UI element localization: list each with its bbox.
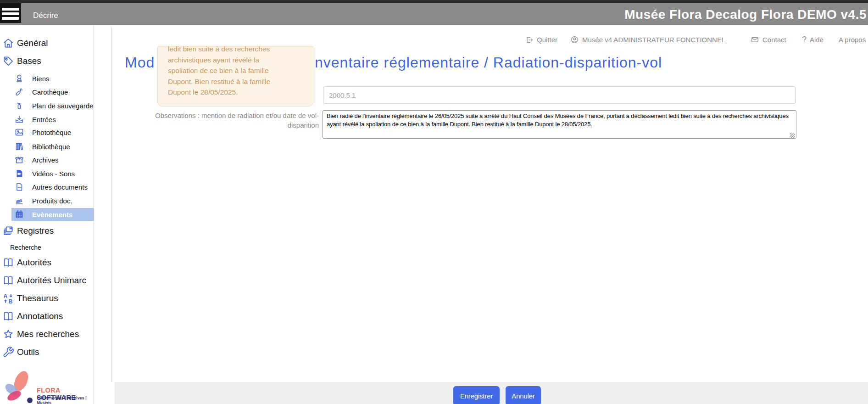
books-icon	[14, 141, 24, 152]
tooltip-line: archivistiques ayant révélé la	[168, 55, 308, 66]
image-icon	[14, 127, 24, 137]
sidebar-item-label: Entrées	[32, 116, 56, 123]
sidebar-item-label: Autres documents	[32, 183, 88, 191]
az-sort-icon: AB	[2, 292, 14, 304]
observations-label: Observations : mention de radiation et/o…	[128, 111, 319, 130]
sidebar-item-plan-sauvegarde[interactable]: Plan de sauvegarde	[0, 100, 93, 112]
sidebar-item-outils[interactable]: Outils	[0, 344, 39, 360]
app-window: Décrire Musée Flora Decalog Flora DEMO v…	[0, 0, 868, 404]
sidebar-item-videos-sons[interactable]: Vidéos - Sons	[0, 168, 75, 180]
sidebar-item-label: Evènements	[32, 211, 72, 219]
sidebar-item-recherche[interactable]: Recherche	[0, 242, 41, 252]
sidebar-item-label: Bases	[17, 56, 41, 66]
sidebar-item-autorites-unimarc[interactable]: Autorités Unimarc	[0, 273, 86, 288]
document-file-icon	[14, 182, 24, 192]
sidebar-divider	[94, 25, 94, 404]
stamp-icon	[14, 73, 24, 84]
top-dark-strip	[0, 0, 868, 3]
sidebar-item-label: Biens	[32, 75, 50, 83]
tag-icon	[2, 55, 14, 67]
sidebar-item-label: Vidéos - Sons	[32, 170, 75, 178]
save-button[interactable]: Enregistrer	[453, 386, 500, 404]
sidebar-item-evenements[interactable]: Evènements	[11, 208, 94, 221]
sidebar-item-label: Carothèque	[32, 88, 68, 96]
sidebar-item-label: Recherche	[10, 244, 41, 251]
page-title-end: nventaire réglementaire / Radiation-disp…	[315, 54, 662, 71]
calendar-icon	[14, 209, 24, 219]
sidebar-item-label: Plan de sauvegarde	[32, 102, 93, 110]
sidebar-item-archives[interactable]: Archives	[0, 154, 59, 166]
inventory-number-input[interactable]	[323, 86, 796, 104]
svg-text:A: A	[3, 293, 7, 299]
sidebar-item-label: Archives	[32, 156, 59, 164]
cancel-button[interactable]: Annuler	[506, 386, 541, 404]
inbox-arrow-icon	[14, 114, 24, 124]
sidebar-item-autorites[interactable]: Autorités	[0, 255, 51, 270]
sidebar-item-autres-documents[interactable]: Autres documents	[0, 181, 88, 193]
sidebar-item-label: Outils	[17, 347, 39, 357]
sidebar-item-annotations[interactable]: Annotations	[0, 309, 63, 324]
mail-icon	[751, 35, 759, 44]
home-icon	[2, 37, 14, 49]
hamburger-menu-icon[interactable]	[0, 3, 21, 23]
sidebar-item-bases[interactable]: Bases	[0, 53, 41, 69]
observation-tooltip: ledit bien suite à des recherches archiv…	[157, 46, 313, 107]
sidebar-item-biens[interactable]: Biens	[0, 73, 50, 84]
star-icon	[2, 328, 14, 340]
sidebar-item-phototheque[interactable]: Photothèque	[0, 126, 71, 138]
quit-label: Quitter	[537, 36, 557, 44]
observations-textarea[interactable]: Bien radié de l'inventaire réglementaire…	[323, 110, 796, 139]
open-box-icon	[14, 155, 24, 165]
sidebar-item-general[interactable]: Général	[0, 35, 48, 51]
core-sample-icon	[14, 87, 24, 97]
brand-tagline: Bibliothèques | Archives | Musées	[37, 396, 94, 404]
flora-flower-icon	[2, 369, 35, 404]
sidebar-item-label: Produits doc.	[32, 197, 72, 205]
sidebar-item-label: Registres	[17, 226, 54, 236]
sidebar-item-mes-recherches[interactable]: Mes recherches	[0, 326, 79, 342]
sidebar-item-label: Mes recherches	[17, 329, 79, 339]
flora-software-logo: FLORA SOFTWARE Bibliothèques | Archives …	[0, 367, 94, 404]
tooltip-line: Dupont. Bien restitué à la famille	[168, 76, 308, 87]
content-border-line	[111, 28, 112, 382]
contact-link[interactable]: Contact	[751, 35, 786, 44]
user-icon	[570, 35, 579, 44]
sidebar-item-carotheque[interactable]: Carothèque	[0, 86, 68, 98]
open-book-icon	[2, 257, 14, 269]
help-label: Aide	[810, 36, 823, 44]
open-book-icon	[2, 275, 14, 286]
svg-text:B: B	[9, 298, 13, 304]
registers-icon	[2, 225, 14, 237]
app-title: Musée Flora Decalog Flora DEMO v4.5	[624, 7, 867, 22]
tooltip-line: spoliation de ce bien à la famille	[168, 65, 308, 76]
sidebar-item-label: Thesaurus	[17, 293, 58, 303]
sidebar-item-registres[interactable]: Registres	[0, 223, 54, 239]
sidebar-item-label: Général	[17, 38, 48, 48]
help-link[interactable]: ? Aide	[802, 35, 823, 44]
user-account[interactable]: Musée v4 ADMINISTRATEUR FONCTIONNEL	[570, 35, 725, 44]
tooltip-line: Dupont le 28/05/2025.	[168, 87, 308, 98]
module-label: Décrire	[33, 11, 58, 20]
sidebar-item-label: Annotations	[17, 311, 63, 321]
sidebar-item-entrees[interactable]: Entrées	[0, 113, 56, 125]
video-file-icon	[14, 168, 24, 179]
wrench-icon	[2, 346, 14, 358]
user-name: Musée v4 ADMINISTRATEUR FONCTIONNEL	[582, 36, 725, 44]
page-title-start: Mod	[125, 54, 155, 71]
open-book-icon	[2, 310, 14, 322]
sidebar-item-label: Autorités Unimarc	[17, 275, 86, 286]
sidebar-item-label: Autorités	[17, 258, 51, 268]
sidebar-item-produits-doc[interactable]: Produits doc.	[0, 195, 72, 207]
sidebar-item-label: Photothèque	[32, 129, 71, 136]
question-mark-icon: ?	[802, 35, 807, 45]
sidebar-item-thesaurus[interactable]: AB Thesaurus	[0, 291, 58, 306]
textarea-resize-grip[interactable]	[790, 133, 795, 138]
fire-extinguisher-icon	[14, 101, 24, 111]
sidebar-item-bibliotheque[interactable]: Bibliothèque	[0, 140, 70, 152]
exit-icon	[525, 36, 534, 44]
tooltip-line: ledit bien suite à des recherches	[168, 46, 308, 55]
paper-stack-icon	[14, 196, 24, 206]
quit-link[interactable]: Quitter	[525, 35, 557, 44]
about-link[interactable]: A propos	[839, 35, 866, 44]
contact-label: Contact	[762, 36, 786, 44]
